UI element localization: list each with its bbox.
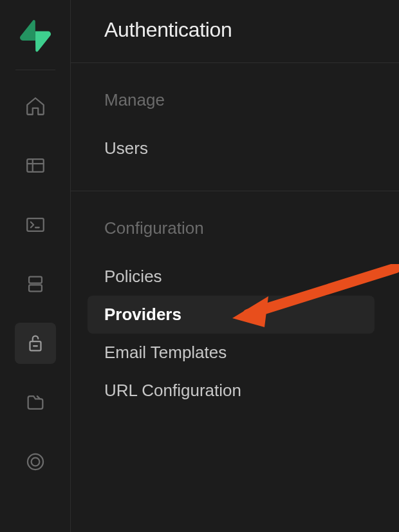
rail-database[interactable]	[15, 263, 56, 305]
main-panel: Authentication Manage Users Configuratio…	[71, 0, 399, 532]
lock-icon	[24, 332, 46, 354]
nav-policies[interactable]: Policies	[104, 258, 366, 296]
page-title: Authentication	[104, 18, 366, 42]
globe-icon	[24, 451, 46, 473]
header: Authentication	[71, 0, 399, 63]
section-label-configuration: Configuration	[104, 218, 366, 238]
folder-icon	[24, 392, 46, 413]
database-icon	[24, 273, 46, 295]
table-icon	[24, 155, 46, 176]
nav-users[interactable]: Users	[104, 129, 366, 167]
rail-auth[interactable]	[15, 323, 56, 364]
svg-rect-3	[27, 218, 44, 231]
svg-point-9	[27, 454, 42, 470]
rail-table[interactable]	[15, 145, 56, 186]
svg-point-10	[31, 458, 39, 466]
nav-email-templates[interactable]: Email Templates	[104, 334, 366, 372]
nav-providers[interactable]: Providers	[88, 296, 375, 334]
app-logo[interactable]	[20, 21, 51, 52]
home-icon	[24, 95, 46, 117]
rail-terminal[interactable]	[15, 204, 56, 245]
section-label-manage: Manage	[104, 90, 366, 110]
rail-edge[interactable]	[15, 441, 56, 482]
section-configuration: Configuration Policies Providers Email T…	[71, 191, 399, 433]
rail-home[interactable]	[15, 86, 56, 127]
svg-rect-6	[29, 285, 42, 291]
section-manage: Manage Users	[71, 63, 399, 191]
icon-rail	[0, 0, 71, 532]
svg-rect-0	[27, 159, 44, 172]
rail-divider	[15, 70, 55, 70]
terminal-icon	[24, 214, 46, 236]
nav-url-configuration[interactable]: URL Configuration	[104, 372, 366, 410]
svg-rect-5	[29, 277, 42, 283]
rail-storage[interactable]	[15, 382, 56, 423]
